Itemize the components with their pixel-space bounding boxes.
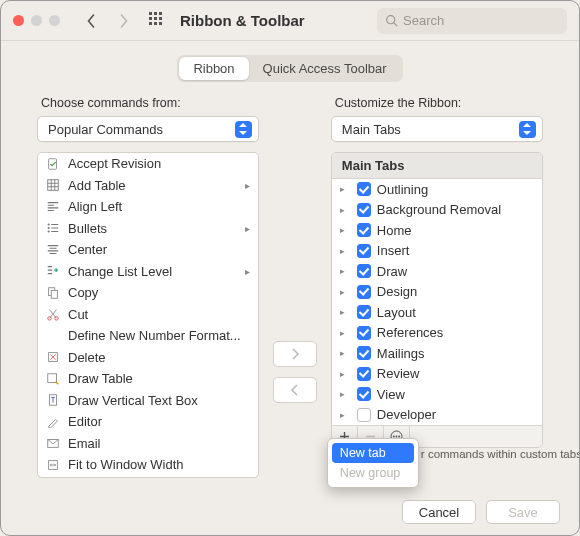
command-item[interactable]: Draw Table [38, 368, 258, 390]
tab-label: Review [377, 366, 420, 381]
tab-item[interactable]: ▸Background Removal [332, 200, 542, 221]
tab-item[interactable]: ▸References [332, 323, 542, 344]
cancel-button[interactable]: Cancel [402, 500, 476, 524]
submenu-arrow-icon: ▸ [245, 180, 250, 191]
disclosure-icon[interactable]: ▸ [340, 389, 350, 399]
disclosure-icon[interactable]: ▸ [340, 246, 350, 256]
tab-item[interactable]: ▸Developer [332, 405, 542, 426]
tabs-list[interactable]: Main Tabs ▸Outlining▸Background Removal▸… [331, 152, 543, 448]
choose-commands-value: Popular Commands [48, 122, 163, 137]
disclosure-icon[interactable]: ▸ [340, 225, 350, 235]
command-item[interactable]: Cut [38, 304, 258, 326]
command-item[interactable]: Accept Revision [38, 153, 258, 175]
segment-ribbon[interactable]: Ribbon [179, 57, 248, 80]
tab-checkbox[interactable] [357, 203, 371, 217]
search-placeholder: Search [403, 13, 444, 28]
forward-button[interactable] [112, 10, 134, 32]
svg-rect-21 [48, 374, 57, 383]
back-button[interactable] [80, 10, 102, 32]
command-item[interactable]: Editor [38, 411, 258, 433]
tab-item[interactable]: ▸Layout [332, 302, 542, 323]
customize-ribbon-select[interactable]: Main Tabs [331, 116, 543, 142]
command-item[interactable]: Define New Number Format... [38, 325, 258, 347]
fit-width-icon [44, 457, 62, 473]
disclosure-icon[interactable]: ▸ [340, 205, 350, 215]
zoom-window-dot[interactable] [49, 15, 60, 26]
menu-new-tab[interactable]: New tab [332, 443, 414, 463]
tab-checkbox[interactable] [357, 182, 371, 196]
command-item[interactable]: Center [38, 239, 258, 261]
tab-item[interactable]: ▸View [332, 384, 542, 405]
tab-item[interactable]: ▸Draw [332, 261, 542, 282]
command-item[interactable]: Add Table▸ [38, 175, 258, 197]
email-icon [44, 435, 62, 451]
disclosure-icon[interactable]: ▸ [340, 410, 350, 420]
command-item[interactable]: Align Left [38, 196, 258, 218]
delete-icon [44, 349, 62, 365]
tab-item[interactable]: ▸Insert [332, 241, 542, 262]
remove-command-button[interactable] [273, 377, 317, 403]
disclosure-icon[interactable]: ▸ [340, 287, 350, 297]
tab-checkbox[interactable] [357, 408, 371, 422]
command-item[interactable]: Delete [38, 347, 258, 369]
svg-rect-8 [159, 22, 162, 25]
tab-label: View [377, 387, 405, 402]
save-button[interactable]: Save [486, 500, 560, 524]
disclosure-icon[interactable]: ▸ [340, 369, 350, 379]
tab-checkbox[interactable] [357, 346, 371, 360]
tab-item[interactable]: ▸Review [332, 364, 542, 385]
command-item[interactable]: Bullets▸ [38, 218, 258, 240]
command-label: Fit to Window Width [68, 457, 184, 472]
customize-ribbon-label: Customize the Ribbon: [335, 96, 543, 110]
all-prefs-grid-icon[interactable] [148, 11, 164, 30]
editor-icon [44, 414, 62, 430]
command-label: Draw Vertical Text Box [68, 393, 198, 408]
hint-text: r commands within custom tabs [421, 448, 580, 460]
tab-checkbox[interactable] [357, 387, 371, 401]
tab-item[interactable]: ▸Home [332, 220, 542, 241]
search-input[interactable]: Search [377, 8, 567, 34]
svg-rect-6 [149, 22, 152, 25]
add-command-button[interactable] [273, 341, 317, 367]
tab-label: Home [377, 223, 412, 238]
command-item[interactable]: Copy [38, 282, 258, 304]
choose-commands-label: Choose commands from: [41, 96, 259, 110]
tab-checkbox[interactable] [357, 244, 371, 258]
tab-item[interactable]: ▸Outlining [332, 179, 542, 200]
tab-checkbox[interactable] [357, 326, 371, 340]
tab-label: References [377, 325, 443, 340]
disclosure-icon[interactable]: ▸ [340, 307, 350, 317]
tab-checkbox[interactable] [357, 367, 371, 381]
command-item[interactable]: Email [38, 433, 258, 455]
disclosure-icon[interactable]: ▸ [340, 266, 350, 276]
segment-qat[interactable]: Quick Access Toolbar [249, 57, 401, 80]
tab-checkbox[interactable] [357, 264, 371, 278]
svg-rect-7 [154, 22, 157, 25]
command-item[interactable]: Change List Level▸ [38, 261, 258, 283]
svg-point-13 [48, 224, 50, 226]
disclosure-icon[interactable]: ▸ [340, 184, 350, 194]
minimize-window-dot[interactable] [31, 15, 42, 26]
blank-icon [44, 328, 62, 344]
tab-label: Background Removal [377, 202, 501, 217]
menu-new-group[interactable]: New group [332, 463, 414, 483]
choose-commands-select[interactable]: Popular Commands [37, 116, 259, 142]
tab-item[interactable]: ▸Mailings [332, 343, 542, 364]
table-icon [44, 177, 62, 193]
command-item[interactable]: Draw Vertical Text Box [38, 390, 258, 412]
commands-list[interactable]: Accept RevisionAdd Table▸Align LeftBulle… [37, 152, 259, 478]
tab-checkbox[interactable] [357, 223, 371, 237]
footer: Cancel Save [402, 500, 560, 524]
tab-item[interactable]: ▸Design [332, 282, 542, 303]
close-window-dot[interactable] [13, 15, 24, 26]
tab-label: Layout [377, 305, 416, 320]
disclosure-icon[interactable]: ▸ [340, 348, 350, 358]
disclosure-icon[interactable]: ▸ [340, 328, 350, 338]
tab-checkbox[interactable] [357, 305, 371, 319]
command-item[interactable]: Fit to Window Width [38, 454, 258, 476]
command-label: Delete [68, 350, 106, 365]
tab-label: Outlining [377, 182, 428, 197]
svg-rect-3 [149, 17, 152, 20]
submenu-arrow-icon: ▸ [245, 266, 250, 277]
tab-checkbox[interactable] [357, 285, 371, 299]
